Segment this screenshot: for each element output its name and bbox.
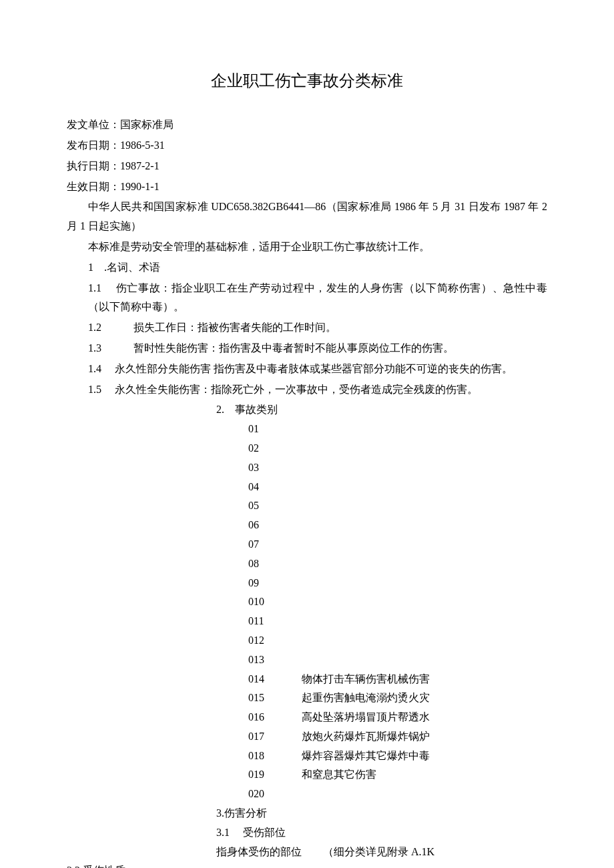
cat-row-020: 020	[248, 785, 302, 804]
cat-row-012: 012	[216, 631, 547, 650]
cat-row-01: 01	[216, 420, 547, 439]
section-2-block: 2. 事故类别 01 02 03 04 05 06 07 08 09 010 0…	[216, 400, 547, 804]
section-3-header: 3.伤害分析	[216, 804, 547, 823]
issuer-line: 发文单位：国家标准局	[67, 115, 547, 135]
cat-row-017: 017	[248, 727, 302, 747]
cat-row-015: 015	[248, 689, 302, 708]
exec-label: 执行日期：	[67, 160, 120, 171]
term-1-4: 1.4 永久性部分失能伤害 指伤害及中毒者肢体或某些器官部分功能不可逆的丧失的伤…	[67, 360, 547, 379]
issuer-value: 国家标准局	[120, 119, 174, 130]
exec-date-line: 执行日期：1987-2-1	[67, 157, 547, 176]
section-3-2: 3.2 受伤性质	[67, 861, 547, 868]
document-title: 企业职工伤亡事故分类标准	[67, 67, 547, 95]
term-1-5: 1.5 永久性全失能伤害：指除死亡外，一次事故中，受伤者造成完全残废的伤害。	[67, 380, 547, 400]
category-number-column: 014 015 016 017 018 019 020	[216, 670, 302, 805]
cat-row-08: 08	[216, 554, 547, 574]
cat-row-09: 09	[216, 574, 547, 593]
cat-row-07: 07	[216, 535, 547, 554]
effective-label: 生效日期：	[67, 181, 120, 192]
category-description: 物体打击车辆伤害机械伤害起重伤害触电淹溺灼烫火灾高处坠落坍塌冒顶片帮透水放炮火药…	[302, 670, 430, 785]
term-1-1: 1.1 伤亡事故：指企业职工在生产劳动过程中，发生的人身伤害（以下简称伤害）、急…	[67, 279, 547, 318]
section-2-header: 2. 事故类别	[216, 400, 547, 420]
publish-date-line: 发布日期：1986-5-31	[67, 136, 547, 155]
cat-row-010: 010	[216, 592, 547, 612]
section-3-1-text: 指身体受伤的部位 （细分类详见附录 A.1K	[216, 843, 547, 862]
effective-value: 1990-1-1	[120, 181, 160, 192]
cat-row-03: 03	[216, 458, 547, 478]
intro-paragraph-2: 本标准是劳动安全管理的基础标准，适用于企业职工伤亡事故统计工作。	[67, 238, 547, 257]
cat-row-013: 013	[216, 650, 547, 670]
cat-row-018: 018	[248, 747, 302, 766]
term-1-3: 1.3 暂时性失能伤害：指伤害及中毒者暂时不能从事原岗位工作的伤害。	[67, 339, 547, 358]
cat-row-04: 04	[216, 478, 547, 497]
section-3-block: 3.伤害分析 3.1 受伤部位 指身体受伤的部位 （细分类详见附录 A.1K	[216, 804, 547, 861]
cat-row-014: 014	[248, 670, 302, 689]
section-3-1: 3.1 受伤部位	[216, 823, 547, 843]
cat-row-02: 02	[216, 439, 547, 458]
cat-row-016: 016	[248, 708, 302, 727]
cat-row-05: 05	[216, 496, 547, 516]
intro-paragraph-1: 中华人民共和国国家标准 UDC658.382GB6441—86（国家标准局 19…	[67, 197, 547, 236]
cat-row-011: 011	[216, 612, 547, 631]
term-1-2: 1.2 损失工作日：指被伤害者失能的工作时间。	[67, 318, 547, 338]
section-1-header: 1 .名词、术语	[67, 258, 547, 278]
effective-date-line: 生效日期：1990-1-1	[67, 177, 547, 197]
cat-row-06: 06	[216, 516, 547, 535]
cat-row-019: 019	[248, 765, 302, 785]
category-two-column: 014 015 016 017 018 019 020 物体打击车辆伤害机械伤害…	[216, 670, 547, 805]
exec-value: 1987-2-1	[120, 160, 160, 171]
publish-value: 1986-5-31	[120, 139, 165, 151]
publish-label: 发布日期：	[67, 139, 120, 151]
issuer-label: 发文单位：	[67, 119, 120, 130]
